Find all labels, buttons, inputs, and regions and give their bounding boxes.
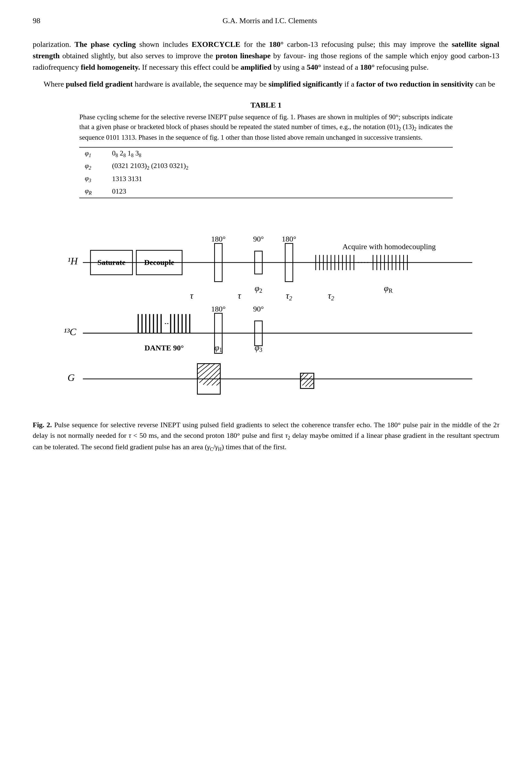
angle-180-1: 180° — [211, 235, 225, 243]
phiR-label: φR — [384, 284, 392, 294]
acquire-label: Acquire with homodecoupling — [342, 243, 435, 251]
tau2: τ — [237, 291, 241, 301]
phi1-diagram-label: φ1 — [214, 343, 222, 353]
phi1-symbol: φ1 — [79, 147, 107, 160]
table-section: TABLE 1 Phase cycling scheme for the sel… — [79, 101, 453, 198]
tau1: τ — [190, 291, 194, 301]
tau2-1: τ2 — [286, 291, 292, 302]
svg-line-59 — [302, 376, 312, 386]
table-title: TABLE 1 — [79, 101, 453, 110]
body-paragraph-2: Where pulsed field gradient hardware is … — [33, 78, 499, 90]
svg-line-54 — [216, 382, 220, 386]
gradient-pulse-1 — [197, 364, 220, 386]
phiR-value: 0123 — [107, 185, 453, 198]
phi3-diagram-label: φ3 — [254, 343, 262, 353]
angle-90: 90° — [253, 235, 264, 243]
angle-180-2: 180° — [282, 235, 296, 243]
page-number: 98 — [33, 16, 40, 25]
phi2-label: φ2 — [254, 284, 262, 294]
tau2-2: τ2 — [328, 291, 334, 302]
phi2-value: (0321 2103)2 (2103 0321)2 — [107, 160, 453, 173]
saturate-label: Saturate — [98, 258, 126, 266]
figure-caption: Fig. 2. Pulse sequence for selective rev… — [33, 420, 499, 453]
dante-label: DANTE 90° — [144, 344, 184, 352]
decouple-label: Decouple — [144, 258, 174, 266]
svg-line-48 — [197, 364, 210, 374]
c-angle-90: 90° — [253, 305, 264, 313]
gradient-pulse-2 — [301, 373, 314, 387]
svg-line-50 — [199, 365, 219, 383]
body-paragraph-1: polarization. The phase cycling shown in… — [33, 39, 499, 73]
svg-line-51 — [203, 368, 220, 385]
g-channel-label: G — [67, 372, 74, 383]
diagram-svg: ¹H Saturate Decouple 180° 90° 180° φ2 Ac… — [56, 209, 476, 408]
phase-table: φ1 08 28 18 38 φ2 (0321 2103)2 (2103 032… — [79, 147, 453, 198]
phi2-symbol: φ2 — [79, 160, 107, 173]
phiR-symbol: φR — [79, 185, 107, 198]
pulse-diagram: ¹H Saturate Decouple 180° 90° 180° φ2 Ac… — [56, 209, 476, 409]
h-channel-label: ¹H — [67, 256, 78, 267]
phi3-symbol: φ3 — [79, 173, 107, 185]
c-angle-180: 180° — [211, 305, 225, 313]
svg-line-60 — [305, 379, 313, 387]
dante-block — [138, 314, 190, 333]
svg-line-61 — [309, 383, 313, 387]
phi1-value: 08 28 18 38 — [107, 147, 453, 160]
svg-line-57 — [301, 373, 304, 378]
phi3-value: 1313 3131 — [107, 173, 453, 185]
table-caption: Phase cycling scheme for the selective r… — [79, 112, 453, 143]
c-channel-label: ¹³C — [64, 327, 76, 337]
author-line: G.A. Morris and I.C. Clements — [40, 16, 499, 25]
